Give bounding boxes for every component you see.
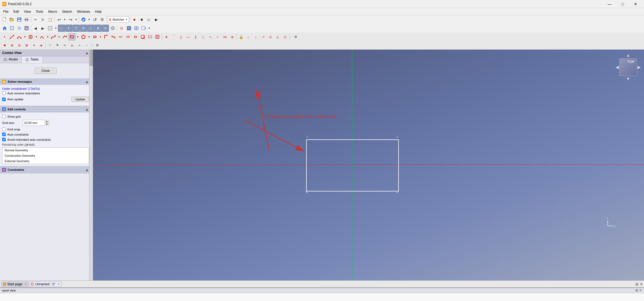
view-left[interactable]: L xyxy=(87,25,94,32)
tab-start-page[interactable]: Start page ✕ xyxy=(1,281,28,287)
sketch-new-sketch[interactable] xyxy=(133,25,140,32)
nav-arrow-right[interactable]: ▶ xyxy=(637,65,641,70)
sk-validate2[interactable]: ⚑ xyxy=(54,42,61,49)
conic-button[interactable] xyxy=(38,33,46,40)
open-button[interactable] xyxy=(8,16,15,23)
view-back[interactable]: ◀ xyxy=(32,25,39,32)
panel-scrollbar[interactable] xyxy=(89,50,92,280)
check-button[interactable] xyxy=(80,16,87,23)
play-step-button[interactable]: ▷ xyxy=(145,16,153,23)
external-geo[interactable] xyxy=(147,33,154,40)
menu-tools[interactable]: Tools xyxy=(34,9,46,14)
sketch-stop[interactable] xyxy=(125,25,132,32)
constrain-coinc[interactable]: ⊕ xyxy=(163,33,170,40)
view-pick[interactable] xyxy=(109,25,116,32)
view-bottom[interactable]: B xyxy=(95,25,102,32)
bspline-dd[interactable]: ▼ xyxy=(57,33,61,40)
stop-button[interactable]: ■ xyxy=(138,16,145,23)
circle-dd[interactable]: ▼ xyxy=(34,33,38,40)
render-order-list[interactable]: Normal Geometry Construction Geometry Ex… xyxy=(2,147,89,164)
menu-file[interactable]: File xyxy=(1,9,11,14)
macro-button[interactable]: ⚙ xyxy=(99,16,106,23)
play-button[interactable]: ▶ xyxy=(153,16,160,23)
nav-arrow-up[interactable]: ▲ xyxy=(626,53,630,58)
constrain-block[interactable]: ⊗ xyxy=(229,33,236,40)
constrain-radius[interactable]: ⊙ xyxy=(267,33,274,40)
view-home[interactable] xyxy=(1,25,8,32)
constrain-equal[interactable]: = xyxy=(214,33,221,40)
arc-button[interactable] xyxy=(16,33,23,40)
tab-model[interactable]: Model xyxy=(0,56,22,63)
close-sketch-button[interactable]: Close xyxy=(35,68,57,74)
fillet-button[interactable] xyxy=(103,33,110,40)
undo-dropdown[interactable]: ▼ xyxy=(63,16,67,23)
tab-tasks[interactable]: Tasks xyxy=(22,56,43,63)
constrain-tangent[interactable]: ∿ xyxy=(207,33,214,40)
sk-validate5[interactable]: ⋄ xyxy=(76,42,83,49)
constrain-symm[interactable]: ⋈ xyxy=(221,33,228,40)
render-item-external[interactable]: External Geometry xyxy=(2,158,89,164)
constrain-v-dist[interactable]: ↕ xyxy=(252,33,259,40)
constrain-dist[interactable]: ↗ xyxy=(260,33,267,40)
new-button[interactable] xyxy=(1,16,8,23)
redo-dropdown[interactable]: ▼ xyxy=(74,16,78,23)
sketch-export-dd[interactable]: ▼ xyxy=(147,25,151,32)
sk-validate4[interactable]: ⊵ xyxy=(69,42,76,49)
toolbar-overflow[interactable]: » xyxy=(290,36,292,38)
constrain-pt-on-obj[interactable]: ⌒ xyxy=(170,33,177,40)
refresh-button[interactable]: ↺ xyxy=(91,16,98,23)
constrain-parallel[interactable]: ∥ xyxy=(192,33,199,40)
menu-help[interactable]: Help xyxy=(93,9,104,14)
view-right[interactable]: R xyxy=(80,25,87,32)
view-fit-all[interactable] xyxy=(8,25,15,32)
sk-validate1[interactable]: ⚐ xyxy=(47,42,54,49)
view-std[interactable] xyxy=(47,25,54,32)
edit-controls-section-header[interactable]: Edit controls ▲ xyxy=(0,106,91,113)
bspline-button[interactable] xyxy=(50,33,57,40)
sk-analyze2[interactable]: ⊞ xyxy=(8,42,15,49)
report-expand-button[interactable]: ⊞ xyxy=(635,289,638,292)
constraints-section-header[interactable]: Constraints ▲ xyxy=(0,166,91,173)
mirror-button[interactable] xyxy=(132,33,139,40)
sketch-attach[interactable]: ⊙ xyxy=(118,25,125,32)
view-back2[interactable]: K xyxy=(102,25,109,32)
nav-arrow-left[interactable]: ◀ xyxy=(616,65,619,70)
render-item-normal[interactable]: Normal Geometry xyxy=(2,148,89,153)
close-button[interactable]: ✕ xyxy=(629,0,642,8)
minimize-button[interactable]: — xyxy=(603,0,616,8)
create-carbon[interactable] xyxy=(154,33,161,40)
view-front[interactable]: F xyxy=(65,25,72,32)
unnamed-tab-close[interactable]: ✕ xyxy=(57,283,60,286)
solver-section-header[interactable]: Solver messages ▲ xyxy=(0,78,91,85)
point-button[interactable]: • xyxy=(1,33,8,40)
slot-dd[interactable]: ▼ xyxy=(99,33,102,40)
expand-view-button[interactable]: ⊞ xyxy=(635,282,639,286)
undo-button[interactable]: ↩ xyxy=(56,16,63,23)
toolbar-settings[interactable]: ⚙ xyxy=(292,33,299,40)
redo-button[interactable]: ↪ xyxy=(67,16,74,23)
menu-windows[interactable]: Windows xyxy=(75,9,92,14)
sk-analyze1[interactable]: ✱ xyxy=(1,42,8,49)
circle-button[interactable] xyxy=(27,33,34,40)
report-close-button[interactable]: ✕ xyxy=(639,289,642,292)
edit-controls-collapse[interactable]: ▲ xyxy=(85,107,89,111)
show-grid-checkbox[interactable] xyxy=(2,115,6,118)
auto-constraints-checkbox[interactable] xyxy=(2,133,6,136)
toolbar-settings2[interactable]: ⚙ xyxy=(94,42,101,49)
split-button[interactable] xyxy=(125,33,132,40)
toolbar-overflow2[interactable]: » xyxy=(92,44,93,47)
sk-validate6[interactable]: ⋆ xyxy=(83,42,90,49)
view-home2[interactable]: ⌂ xyxy=(58,25,65,32)
view-std-dd[interactable]: ▼ xyxy=(54,25,58,32)
view-fwd[interactable]: ▶ xyxy=(39,25,46,32)
paste-button[interactable]: 📋 xyxy=(47,16,54,23)
sk-analyze5[interactable]: ✦ xyxy=(30,42,37,49)
render-item-construction[interactable]: Construction Geometry xyxy=(2,153,89,158)
constrain-lock[interactable]: 🔒 xyxy=(238,33,245,40)
cut-button[interactable]: ✂ xyxy=(32,16,39,23)
slot-button[interactable] xyxy=(91,33,98,40)
copy-button[interactable]: ⎘ xyxy=(39,16,46,23)
sk-validate3[interactable]: ⊳ xyxy=(61,42,68,49)
constrain-perp[interactable]: ⊥ xyxy=(199,33,206,40)
dof-link[interactable]: 2 DoF(s) xyxy=(28,87,40,90)
